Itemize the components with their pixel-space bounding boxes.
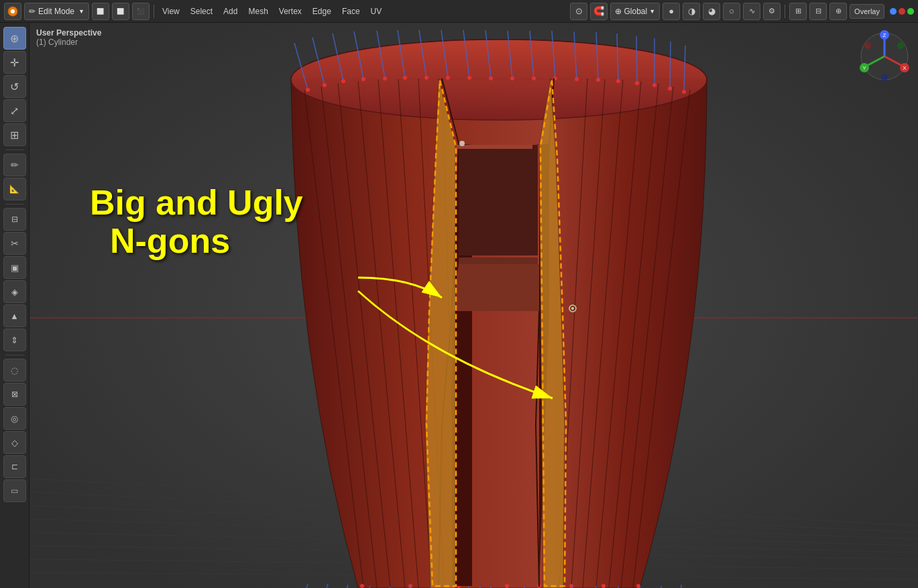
header-icon1[interactable]: ⊞ [789,3,807,20]
menu-uv[interactable]: UV [367,5,386,17]
svg-point-60 [489,76,493,80]
svg-point-55 [383,76,387,80]
tool-scale[interactable]: ⤢ [3,99,26,122]
tool-smooth[interactable]: ◌ [3,359,26,381]
transform-orientation[interactable]: ⊕ Global ▼ [610,3,660,20]
mode-icon: ✏ [29,7,36,16]
svg-point-70 [682,90,686,94]
transform-box1[interactable]: ⬜ [92,3,109,20]
svg-point-54 [361,77,365,81]
sep2 [785,5,785,18]
extra-btn[interactable]: ⚙ [763,3,781,20]
menu-view[interactable]: View [158,5,184,17]
scene-canvas [30,23,918,588]
svg-point-57 [424,76,428,80]
shading-rendered[interactable]: ◕ [703,3,720,20]
tool-edge-slide[interactable]: ⊠ [3,383,26,406]
viewport[interactable]: Big and Ugly N-gons User Perspective (1)… [30,23,918,588]
shading-wireframe[interactable]: ○ [723,3,740,20]
svg-point-58 [446,76,450,80]
transform-box3[interactable]: ⬛ [132,3,150,20]
svg-point-77 [601,584,606,588]
header-icon2[interactable]: ⊟ [809,3,827,20]
tool-measure[interactable]: 📐 [3,178,26,200]
header-icon3[interactable]: ⊕ [829,3,847,20]
svg-point-68 [652,83,656,87]
svg-point-71 [360,584,364,588]
svg-line-49 [670,42,671,89]
orientation-icon: ⊕ [615,7,622,16]
svg-point-61 [510,76,514,80]
svg-rect-99 [459,145,538,255]
svg-line-47 [636,36,637,83]
tool-knife[interactable]: ✂ [3,232,26,255]
proportional-btn[interactable]: ⊙ [570,3,587,20]
overlay-button[interactable]: Overlay [850,4,884,19]
tool-transform[interactable]: ⊞ [3,123,26,146]
tool-move[interactable]: ✛ [3,51,26,74]
blender-logo[interactable] [4,3,21,20]
svg-point-69 [668,86,672,91]
sidebar-sep1 [5,150,24,150]
tool-annotate[interactable]: ✏ [3,154,26,176]
top-toolbar: ✏ Edit Mode ▼ ⬜ ⬜ ⬛ View Select Add Mesh… [0,0,918,23]
sidebar-sep2 [5,204,24,204]
tool-inset[interactable]: ▣ [3,256,26,279]
transform-box2[interactable]: ⬜ [112,3,129,20]
tool-rip[interactable]: ⊏ [3,455,26,478]
tool-rotate[interactable]: ↺ [3,75,26,98]
svg-point-52 [323,83,327,87]
menu-face[interactable]: Face [338,5,364,17]
sidebar-sep3 [5,355,24,355]
svg-point-56 [403,76,407,80]
mode-label: Edit Mode [38,7,74,16]
tool-shrink[interactable]: ◎ [3,407,26,430]
tool-shear[interactable]: ◇ [3,431,26,454]
dot-blue [890,8,897,15]
mode-dropdown[interactable]: ✏ Edit Mode ▼ [24,3,89,20]
svg-point-1 [11,9,15,13]
orientation-chevron: ▼ [649,8,655,15]
svg-point-66 [616,79,620,83]
svg-point-51 [306,88,310,92]
shading-solid[interactable]: ● [663,3,680,20]
menu-mesh[interactable]: Mesh [244,5,272,17]
menu-add[interactable]: Add [219,5,241,17]
svg-point-67 [635,81,639,85]
svg-point-103 [459,141,465,146]
svg-point-15 [291,40,707,120]
left-sidebar: ⊕ ✛ ↺ ⤢ ⊞ ✏ 📐 ⊟ ✂ ▣ ◈ ▲ ⇕ ◌ ⊠ ◎ ◇ ⊏ ▭ [0,23,30,588]
tool-cursor[interactable]: ⊕ [3,27,26,50]
menu-vertex[interactable]: Vertex [275,5,306,17]
svg-point-74 [505,584,509,588]
svg-point-59 [467,76,471,80]
toolbar-right: ⊙ 🧲 ⊕ Global ▼ ● ◑ ◕ ○ ∿ ⚙ ⊞ ⊟ ⊕ Overlay [570,3,914,20]
dot-red [899,8,905,15]
dot-green [907,8,914,15]
svg-point-102 [571,307,574,310]
tool-extrude[interactable]: ▲ [3,304,26,327]
svg-point-53 [341,79,345,83]
svg-rect-100 [455,145,532,149]
menu-select[interactable]: Select [186,5,217,17]
orientation-label: Global [624,7,647,16]
svg-point-62 [532,76,536,80]
menu-edge[interactable]: Edge [308,5,335,17]
mode-chevron: ▼ [78,8,84,15]
shading-material[interactable]: ◑ [683,3,700,20]
tool-bevel[interactable]: ◈ [3,280,26,303]
snap-btn[interactable]: 🧲 [590,3,608,20]
svg-point-64 [575,77,579,81]
curve-btn[interactable]: ∿ [743,3,760,20]
tool-loop-cut[interactable]: ⊟ [3,208,26,231]
tool-push-pull[interactable]: ⇕ [3,329,26,351]
sep1 [154,5,154,18]
tool-poly-build[interactable]: ▭ [3,479,26,502]
svg-point-65 [596,78,600,82]
